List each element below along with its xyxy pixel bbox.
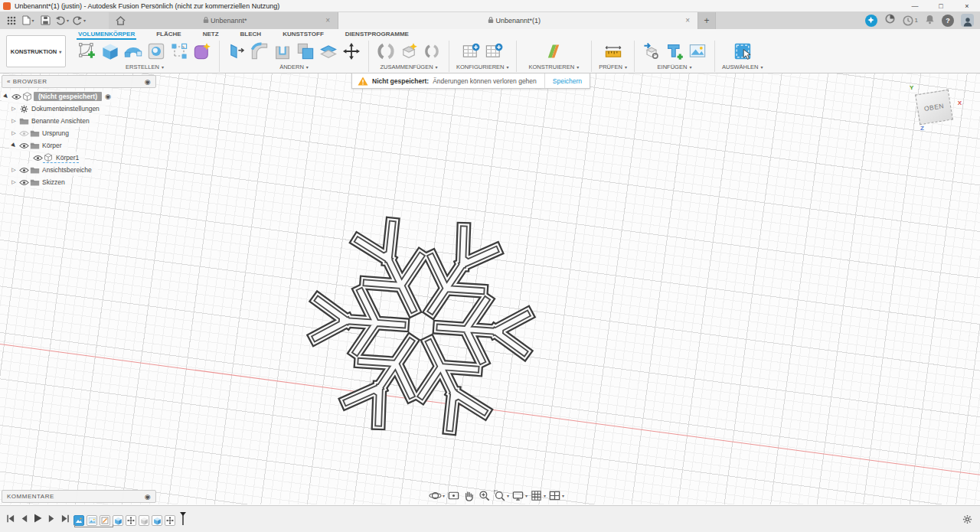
tab-label[interactable]: Unbenannt*: [211, 17, 247, 24]
fillet-icon[interactable]: [250, 41, 270, 61]
restore-button[interactable]: □: [928, 2, 954, 10]
activate-radio-icon[interactable]: ◉: [105, 93, 111, 100]
collapse-triangle-icon[interactable]: ▷: [9, 167, 18, 173]
viewports-icon[interactable]: ▾: [548, 489, 564, 502]
document-tab-1[interactable]: Unbenannt* ×: [109, 12, 338, 29]
eye-icon[interactable]: [18, 179, 29, 186]
group-label-aendern[interactable]: ÄNDERN▾: [279, 64, 309, 70]
browser-header[interactable]: « BROWSER ◉: [2, 75, 156, 88]
zoom-window-icon[interactable]: ▾: [493, 489, 509, 502]
revolve-icon[interactable]: [123, 41, 143, 61]
browser-root-row[interactable]: ▶ (Nicht gespeichert) ◉: [2, 90, 117, 103]
feature-extrude-icon[interactable]: [113, 515, 123, 526]
pattern-icon[interactable]: [169, 41, 189, 61]
create-sketch-icon[interactable]: [77, 41, 97, 61]
snowflake-body[interactable]: [276, 173, 567, 479]
user-avatar[interactable]: [961, 14, 974, 27]
feature-extrude-icon[interactable]: [152, 515, 162, 526]
feature-move-icon[interactable]: [165, 515, 175, 526]
home-icon[interactable]: [115, 16, 126, 25]
save-icon[interactable]: [37, 14, 54, 28]
extrude-icon[interactable]: [100, 41, 120, 61]
group-label-einfuegen[interactable]: EINFÜGEN▾: [658, 64, 692, 70]
zoom-icon[interactable]: [478, 489, 491, 502]
document-tab-2[interactable]: Unbenannt*(1) ×: [338, 12, 698, 29]
collapse-triangle-icon[interactable]: ▷: [9, 106, 18, 112]
data-panel-grid-icon[interactable]: [3, 14, 20, 28]
tab-flaeche[interactable]: FLÄCHE: [155, 30, 182, 40]
play-button[interactable]: [32, 513, 43, 524]
viewcube-top-face[interactable]: OBEN: [915, 90, 953, 125]
eye-icon[interactable]: [18, 167, 29, 174]
close-tab-icon[interactable]: ×: [324, 16, 332, 24]
feature-extrude-icon[interactable]: [139, 515, 149, 526]
group-label-konstruieren[interactable]: KONSTRUIEREN▾: [529, 64, 580, 70]
tree-row-koerper[interactable]: ▶ Körper: [9, 139, 68, 152]
group-label-konfigurieren[interactable]: KONFIGURIEREN▾: [456, 64, 509, 70]
job-status-icon[interactable]: [884, 13, 896, 28]
insert-image-icon[interactable]: [688, 41, 707, 61]
panel-options-icon[interactable]: ◉: [145, 78, 151, 86]
extensions-icon[interactable]: [865, 15, 877, 27]
display-settings-icon[interactable]: ▾: [511, 489, 528, 502]
group-label-erstellen[interactable]: ERSTELLEN▾: [126, 64, 164, 70]
construction-plane-icon[interactable]: [544, 41, 564, 61]
tree-row-ansichtsbereiche[interactable]: ▷ Ansichtsbereiche: [9, 164, 98, 176]
configuration-table-icon[interactable]: [484, 41, 504, 61]
collapse-triangle-icon[interactable]: ▷: [9, 179, 18, 185]
expand-triangle-icon[interactable]: ▶: [8, 140, 19, 151]
go-to-start-button[interactable]: [5, 513, 15, 524]
tab-blech[interactable]: BLECH: [239, 30, 263, 40]
bell-icon[interactable]: [925, 14, 935, 28]
eye-icon[interactable]: [32, 155, 43, 162]
measure-icon[interactable]: [603, 41, 623, 61]
new-document-tab-button[interactable]: +: [698, 12, 716, 29]
move-icon[interactable]: [341, 41, 361, 61]
derive-icon[interactable]: [642, 41, 662, 61]
grid-settings-icon[interactable]: ▾: [530, 489, 546, 502]
tab-volumenkoerper[interactable]: VOLUMENKÖRPER: [77, 30, 136, 40]
tab-netz[interactable]: NETZ: [201, 30, 220, 40]
timeline-settings-gear-icon[interactable]: [962, 514, 972, 527]
pan-icon[interactable]: [462, 489, 475, 502]
press-pull-icon[interactable]: [227, 41, 247, 61]
as-built-joint-icon[interactable]: [399, 41, 419, 61]
tree-row-ursprung[interactable]: ▷ Ursprung: [9, 127, 75, 139]
viewport-canvas[interactable]: Nicht gespeichert: Änderungen können ver…: [0, 73, 980, 504]
save-link[interactable]: Speichern: [544, 73, 590, 88]
eye-icon[interactable]: [18, 142, 29, 149]
workspace-selector[interactable]: KONSTRUKTION ▾: [6, 35, 66, 67]
close-tab-icon[interactable]: ×: [684, 16, 691, 24]
timeline-position-marker[interactable]: [179, 512, 187, 529]
eye-icon[interactable]: [11, 93, 21, 100]
shell-icon[interactable]: [273, 41, 292, 61]
group-label-pruefen[interactable]: PRÜFEN▾: [599, 64, 627, 70]
configure-icon[interactable]: [461, 41, 481, 61]
joint-origin-icon[interactable]: [422, 41, 442, 61]
collapse-triangle-icon[interactable]: ▷: [9, 118, 18, 124]
tab-kunststoff[interactable]: KUNSTSTOFF: [281, 30, 325, 40]
create-form-icon[interactable]: [192, 41, 212, 61]
hole-icon[interactable]: [146, 41, 166, 61]
expand-triangle-icon[interactable]: ▶: [1, 91, 11, 102]
combine-icon[interactable]: [296, 41, 315, 61]
file-menu-icon[interactable]: ▾: [20, 14, 37, 28]
step-forward-button[interactable]: [46, 513, 57, 524]
tab-label[interactable]: Unbenannt*(1): [496, 17, 541, 24]
undo-icon[interactable]: ▾: [54, 14, 70, 28]
tree-row-koerper1[interactable]: Körper1: [32, 152, 85, 164]
feature-move-icon[interactable]: [126, 515, 136, 526]
close-window-button[interactable]: ×: [954, 2, 980, 10]
notification-center-icon[interactable]: 1: [903, 15, 918, 26]
orbit-icon[interactable]: ▾: [429, 489, 445, 502]
joint-icon[interactable]: [376, 41, 396, 61]
help-icon[interactable]: ?: [942, 15, 954, 27]
step-back-button[interactable]: [18, 513, 29, 524]
look-at-icon[interactable]: [447, 489, 460, 502]
group-label-auswaehlen[interactable]: AUSWÄHLEN▾: [722, 64, 763, 70]
collapse-panel-icon[interactable]: «: [7, 78, 11, 85]
tab-dienstprogramme[interactable]: DIENSTPROGRAMME: [344, 30, 410, 40]
viewcube[interactable]: Y X Z OBEN: [908, 84, 962, 132]
panel-options-icon[interactable]: ◉: [145, 493, 151, 501]
eye-off-icon[interactable]: [18, 130, 29, 137]
